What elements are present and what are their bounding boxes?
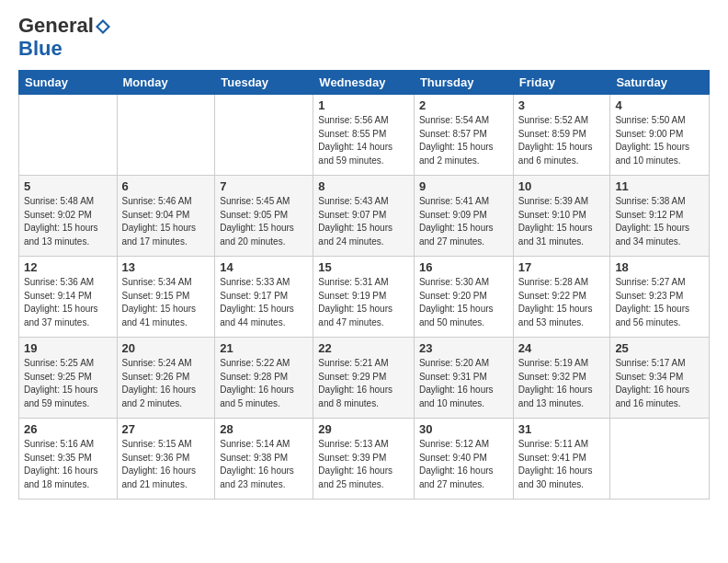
day-number: 15 — [318, 260, 409, 274]
day-info: Sunrise: 5:22 AM Sunset: 9:28 PM Dayligh… — [220, 357, 308, 410]
day-info: Sunrise: 5:19 AM Sunset: 9:32 PM Dayligh… — [518, 357, 606, 410]
day-info: Sunrise: 5:16 AM Sunset: 9:35 PM Dayligh… — [24, 438, 112, 491]
calendar-cell — [19, 95, 118, 176]
day-number: 19 — [24, 341, 112, 355]
day-info: Sunrise: 5:28 AM Sunset: 9:22 PM Dayligh… — [518, 276, 606, 329]
calendar-cell: 5Sunrise: 5:48 AM Sunset: 9:02 PM Daylig… — [19, 176, 118, 257]
calendar-cell: 22Sunrise: 5:21 AM Sunset: 9:29 PM Dayli… — [313, 338, 415, 419]
weekday-header-thursday: Thursday — [414, 71, 513, 95]
day-number: 28 — [220, 422, 308, 436]
day-info: Sunrise: 5:56 AM Sunset: 8:55 PM Dayligh… — [318, 114, 409, 167]
calendar-cell: 29Sunrise: 5:13 AM Sunset: 9:39 PM Dayli… — [313, 419, 415, 500]
calendar-cell — [117, 95, 215, 176]
calendar-week-row: 12Sunrise: 5:36 AM Sunset: 9:14 PM Dayli… — [19, 257, 710, 338]
day-info: Sunrise: 5:24 AM Sunset: 9:26 PM Dayligh… — [122, 357, 210, 410]
day-info: Sunrise: 5:30 AM Sunset: 9:20 PM Dayligh… — [419, 276, 508, 329]
day-info: Sunrise: 5:31 AM Sunset: 9:19 PM Dayligh… — [318, 276, 409, 329]
calendar-cell: 23Sunrise: 5:20 AM Sunset: 9:31 PM Dayli… — [414, 338, 513, 419]
calendar-cell: 11Sunrise: 5:38 AM Sunset: 9:12 PM Dayli… — [610, 176, 710, 257]
weekday-header-wednesday: Wednesday — [313, 71, 415, 95]
calendar-cell — [215, 95, 313, 176]
calendar-cell: 8Sunrise: 5:43 AM Sunset: 9:07 PM Daylig… — [313, 176, 415, 257]
calendar-cell: 12Sunrise: 5:36 AM Sunset: 9:14 PM Dayli… — [19, 257, 118, 338]
weekday-header-friday: Friday — [513, 71, 610, 95]
day-number: 1 — [318, 98, 409, 112]
calendar-cell: 15Sunrise: 5:31 AM Sunset: 9:19 PM Dayli… — [313, 257, 415, 338]
calendar-cell: 21Sunrise: 5:22 AM Sunset: 9:28 PM Dayli… — [215, 338, 313, 419]
logo-blue-text: Blue — [18, 37, 112, 61]
day-number: 5 — [24, 179, 112, 193]
day-number: 21 — [220, 341, 308, 355]
calendar-cell: 30Sunrise: 5:12 AM Sunset: 9:40 PM Dayli… — [414, 419, 513, 500]
day-number: 14 — [220, 260, 308, 274]
calendar-cell: 6Sunrise: 5:46 AM Sunset: 9:04 PM Daylig… — [117, 176, 215, 257]
calendar-cell: 10Sunrise: 5:39 AM Sunset: 9:10 PM Dayli… — [513, 176, 610, 257]
day-info: Sunrise: 5:39 AM Sunset: 9:10 PM Dayligh… — [518, 195, 606, 248]
calendar-cell: 18Sunrise: 5:27 AM Sunset: 9:23 PM Dayli… — [610, 257, 710, 338]
day-info: Sunrise: 5:46 AM Sunset: 9:04 PM Dayligh… — [122, 195, 210, 248]
day-number: 10 — [518, 179, 606, 193]
day-info: Sunrise: 5:21 AM Sunset: 9:29 PM Dayligh… — [318, 357, 409, 410]
day-info: Sunrise: 5:15 AM Sunset: 9:36 PM Dayligh… — [122, 438, 210, 491]
day-number: 30 — [419, 422, 508, 436]
day-number: 6 — [122, 179, 210, 193]
calendar-cell — [610, 419, 710, 500]
logo-general: General — [18, 14, 94, 37]
day-info: Sunrise: 5:25 AM Sunset: 9:25 PM Dayligh… — [24, 357, 112, 410]
day-info: Sunrise: 5:33 AM Sunset: 9:17 PM Dayligh… — [220, 276, 308, 329]
calendar-week-row: 19Sunrise: 5:25 AM Sunset: 9:25 PM Dayli… — [19, 338, 710, 419]
day-info: Sunrise: 5:12 AM Sunset: 9:40 PM Dayligh… — [419, 438, 508, 491]
day-info: Sunrise: 5:41 AM Sunset: 9:09 PM Dayligh… — [419, 195, 508, 248]
calendar-cell: 28Sunrise: 5:14 AM Sunset: 9:38 PM Dayli… — [215, 419, 313, 500]
calendar-week-row: 1Sunrise: 5:56 AM Sunset: 8:55 PM Daylig… — [19, 95, 710, 176]
day-number: 7 — [220, 179, 308, 193]
day-number: 22 — [318, 341, 409, 355]
weekday-header-tuesday: Tuesday — [215, 71, 313, 95]
day-number: 18 — [615, 260, 704, 274]
calendar-cell: 7Sunrise: 5:45 AM Sunset: 9:05 PM Daylig… — [215, 176, 313, 257]
calendar-cell: 9Sunrise: 5:41 AM Sunset: 9:09 PM Daylig… — [414, 176, 513, 257]
day-number: 11 — [615, 179, 704, 193]
day-info: Sunrise: 5:11 AM Sunset: 9:41 PM Dayligh… — [518, 438, 606, 491]
day-info: Sunrise: 5:50 AM Sunset: 9:00 PM Dayligh… — [615, 114, 704, 167]
calendar-cell: 16Sunrise: 5:30 AM Sunset: 9:20 PM Dayli… — [414, 257, 513, 338]
day-info: Sunrise: 5:34 AM Sunset: 9:15 PM Dayligh… — [122, 276, 210, 329]
logo-flag-icon — [95, 18, 111, 35]
day-number: 3 — [518, 98, 606, 112]
calendar-cell: 19Sunrise: 5:25 AM Sunset: 9:25 PM Dayli… — [19, 338, 118, 419]
calendar-cell: 31Sunrise: 5:11 AM Sunset: 9:41 PM Dayli… — [513, 419, 610, 500]
day-info: Sunrise: 5:43 AM Sunset: 9:07 PM Dayligh… — [318, 195, 409, 248]
day-info: Sunrise: 5:13 AM Sunset: 9:39 PM Dayligh… — [318, 438, 409, 491]
calendar-cell: 20Sunrise: 5:24 AM Sunset: 9:26 PM Dayli… — [117, 338, 215, 419]
day-info: Sunrise: 5:54 AM Sunset: 8:57 PM Dayligh… — [419, 114, 508, 167]
day-info: Sunrise: 5:20 AM Sunset: 9:31 PM Dayligh… — [419, 357, 508, 410]
calendar-week-row: 5Sunrise: 5:48 AM Sunset: 9:02 PM Daylig… — [19, 176, 710, 257]
weekday-header-row: SundayMondayTuesdayWednesdayThursdayFrid… — [19, 71, 710, 95]
day-info: Sunrise: 5:36 AM Sunset: 9:14 PM Dayligh… — [24, 276, 112, 329]
weekday-header-monday: Monday — [117, 71, 215, 95]
day-number: 13 — [122, 260, 210, 274]
calendar-week-row: 26Sunrise: 5:16 AM Sunset: 9:35 PM Dayli… — [19, 419, 710, 500]
calendar-cell: 14Sunrise: 5:33 AM Sunset: 9:17 PM Dayli… — [215, 257, 313, 338]
header: General Blue — [18, 15, 710, 61]
day-number: 31 — [518, 422, 606, 436]
calendar-cell: 2Sunrise: 5:54 AM Sunset: 8:57 PM Daylig… — [414, 95, 513, 176]
logo-text: General Blue — [18, 15, 112, 61]
day-number: 25 — [615, 341, 704, 355]
day-number: 9 — [419, 179, 508, 193]
calendar-cell: 3Sunrise: 5:52 AM Sunset: 8:59 PM Daylig… — [513, 95, 610, 176]
calendar-cell: 1Sunrise: 5:56 AM Sunset: 8:55 PM Daylig… — [313, 95, 415, 176]
calendar-cell: 25Sunrise: 5:17 AM Sunset: 9:34 PM Dayli… — [610, 338, 710, 419]
calendar-cell: 27Sunrise: 5:15 AM Sunset: 9:36 PM Dayli… — [117, 419, 215, 500]
day-number: 16 — [419, 260, 508, 274]
calendar: SundayMondayTuesdayWednesdayThursdayFrid… — [18, 70, 710, 500]
calendar-cell: 17Sunrise: 5:28 AM Sunset: 9:22 PM Dayli… — [513, 257, 610, 338]
day-info: Sunrise: 5:27 AM Sunset: 9:23 PM Dayligh… — [615, 276, 704, 329]
day-number: 26 — [24, 422, 112, 436]
weekday-header-sunday: Sunday — [19, 71, 118, 95]
day-number: 24 — [518, 341, 606, 355]
day-info: Sunrise: 5:52 AM Sunset: 8:59 PM Dayligh… — [518, 114, 606, 167]
day-number: 29 — [318, 422, 409, 436]
day-info: Sunrise: 5:38 AM Sunset: 9:12 PM Dayligh… — [615, 195, 704, 248]
day-number: 17 — [518, 260, 606, 274]
